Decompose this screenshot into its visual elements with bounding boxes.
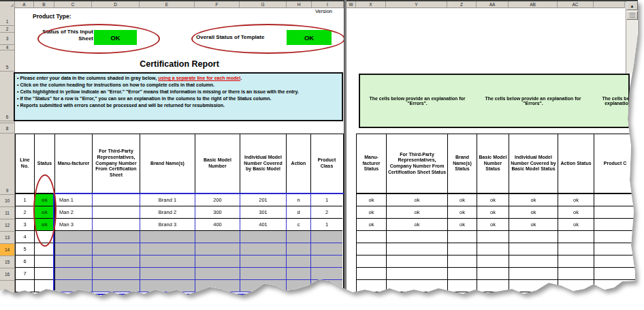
cell-row4-individual-model-number[interactable] — [240, 231, 287, 243]
col-header-Z[interactable]: Z — [447, 1, 477, 8]
cell-row7-brand-name[interactable] — [140, 268, 195, 280]
cell-row4-brand-name[interactable] — [140, 231, 195, 243]
row-header-4[interactable]: 4 — [0, 45, 15, 50]
cell-row8-product-class[interactable] — [311, 280, 342, 292]
row-header-15[interactable]: 15 — [0, 256, 15, 268]
cell-row6-basic-model-number[interactable] — [195, 255, 240, 268]
cell-row1-product-class[interactable]: 1 — [311, 194, 342, 206]
cell-row1-manufacturer[interactable]: Man 1 — [55, 194, 93, 206]
col-heading-basic-model-number[interactable]: Basic Model Number — [195, 134, 240, 194]
cell-row1-action[interactable]: n — [287, 194, 311, 206]
cell-row3-individual-model-number[interactable]: 401 — [240, 219, 287, 231]
cell-row8-brand-name[interactable] — [140, 280, 195, 292]
cell-row6-action[interactable] — [287, 255, 311, 268]
cell-row2-brand-name[interactable]: Brand 2 — [140, 206, 195, 219]
cell-row3-basic-model-number[interactable]: 400 — [195, 219, 240, 231]
row-header-3[interactable]: 3 — [0, 33, 15, 45]
col-header-D[interactable]: D — [92, 1, 140, 8]
col-heading-action-status[interactable]: Action Status — [558, 134, 594, 194]
scroll-up-button[interactable]: ▲ — [626, 1, 638, 10]
col-heading-manufacturer-status[interactable]: Manu-facturer Status — [357, 134, 387, 194]
col-heading-brand-name[interactable]: Brand Name(s) — [140, 134, 195, 194]
row-header-10[interactable]: 10 — [0, 195, 15, 207]
cell-row7-third-party-number[interactable] — [93, 268, 140, 280]
col-heading-product-class[interactable]: Product Class — [311, 134, 342, 194]
col-heading-individual-model-number[interactable]: Individual Model Number Covered by Basic… — [240, 134, 287, 194]
cell-row3-brand-name[interactable]: Brand 3 — [140, 219, 195, 231]
cell-row8-action[interactable] — [287, 280, 311, 292]
col-header-AB[interactable]: AB — [509, 1, 558, 8]
cell-row8-individual-model-number[interactable] — [240, 280, 287, 292]
cell-row3-action[interactable]: c — [287, 219, 311, 231]
cell-row5-basic-model-number[interactable] — [195, 243, 240, 255]
cell-row4-basic-model-number[interactable] — [195, 231, 240, 243]
col-header-Y[interactable]: Y — [386, 1, 447, 8]
cell-row5-third-party-number[interactable] — [93, 243, 140, 255]
col-header-AC[interactable]: AC — [558, 1, 594, 8]
cell-row3-manufacturer[interactable]: Man 3 — [55, 219, 93, 231]
cell-row2-product-class[interactable]: 2 — [311, 206, 342, 219]
col-heading-action[interactable]: Action — [287, 134, 311, 194]
col-header-H[interactable]: H — [287, 1, 312, 8]
col-header-C[interactable]: C — [54, 1, 92, 8]
cell-row4-product-class[interactable] — [311, 231, 342, 243]
cell-row7-basic-model-number[interactable] — [195, 268, 240, 280]
row-header-13[interactable]: 13 — [0, 232, 15, 244]
col-header-X[interactable]: X — [356, 1, 386, 8]
cell-row4-third-party-number[interactable] — [93, 231, 140, 243]
cell-row3-product-class[interactable]: 1 — [311, 219, 342, 231]
col-heading-brand-name-status[interactable]: Brand Name(s) Status — [448, 134, 477, 194]
cell-row1-individual-model-number[interactable]: 201 — [240, 194, 287, 206]
cell-row7-action[interactable] — [287, 268, 311, 280]
col-header-blank[interactable] — [594, 1, 625, 8]
col-heading-third-party-number[interactable]: For Third-Party Representatives, Company… — [93, 134, 140, 194]
col-header-W[interactable]: W — [347, 1, 356, 8]
row-header-9[interactable]: 9 — [0, 134, 15, 195]
col-header-A[interactable]: A — [15, 1, 34, 8]
cell-row7-product-class[interactable] — [311, 268, 342, 280]
col-header-E[interactable]: E — [140, 1, 195, 8]
cell-row6-brand-name[interactable] — [140, 255, 195, 268]
row-header-2[interactable]: 2 — [0, 26, 15, 33]
row-header-1[interactable]: 1 — [0, 7, 15, 26]
col-header-AA[interactable]: AA — [477, 1, 509, 8]
cell-row6-third-party-number[interactable] — [93, 255, 140, 268]
cell-row8-third-party-number[interactable] — [93, 280, 140, 292]
vertical-scrollbar[interactable]: ▲ — [626, 1, 637, 74]
cell-row8-manufacturer[interactable] — [55, 280, 93, 292]
col-heading-manufacturer[interactable]: Manu-facturer — [55, 134, 93, 194]
cell-row2-manufacturer[interactable]: Man 2 — [55, 206, 93, 219]
row-header-16[interactable]: 16 — [0, 268, 15, 281]
row-header-14[interactable]: 14 — [0, 244, 15, 256]
row-header-12[interactable]: 12 — [0, 219, 15, 232]
cell-row2-third-party-number[interactable] — [93, 206, 140, 219]
col-heading-line-no[interactable]: Line No. — [16, 134, 35, 194]
cell-row5-brand-name[interactable] — [140, 243, 195, 255]
cell-row2-individual-model-number[interactable]: 301 — [240, 206, 287, 219]
cell-row6-product-class[interactable] — [311, 255, 342, 268]
col-heading-individual-model-status[interactable]: Individual Model Number Covered by Basic… — [509, 134, 558, 194]
cell-row2-basic-model-number[interactable]: 300 — [195, 206, 240, 219]
cell-row8-basic-model-number[interactable] — [195, 280, 240, 292]
cell-row5-product-class[interactable] — [311, 243, 342, 255]
cell-row2-action[interactable]: d — [287, 206, 311, 219]
cell-row7-manufacturer[interactable] — [55, 268, 93, 280]
cell-row3-third-party-number[interactable] — [93, 219, 140, 231]
cell-row1-basic-model-number[interactable]: 200 — [195, 194, 240, 206]
cell-row6-individual-model-number[interactable] — [240, 255, 287, 268]
row-header-blank[interactable] — [0, 281, 15, 293]
col-header-G[interactable]: G — [240, 1, 287, 8]
row-header-6[interactable]: 6 — [0, 72, 15, 121]
cell-row5-action[interactable] — [287, 243, 311, 255]
col-heading-product-class-status[interactable]: Product C — [594, 134, 636, 194]
cell-row4-action[interactable] — [287, 231, 311, 243]
col-heading-status[interactable]: Status — [35, 134, 55, 194]
col-heading-basic-model-status[interactable]: Basic Model Number Status — [477, 134, 509, 194]
row-header-8[interactable]: 8 — [0, 123, 15, 134]
col-header-F[interactable]: F — [195, 1, 240, 8]
cell-row6-manufacturer[interactable] — [55, 255, 93, 268]
cell-row4-manufacturer[interactable] — [55, 231, 93, 243]
pane-split-bar[interactable] — [344, 0, 347, 293]
row-header-5[interactable]: 5 — [0, 50, 15, 72]
cell-row1-third-party-number[interactable] — [93, 194, 140, 206]
